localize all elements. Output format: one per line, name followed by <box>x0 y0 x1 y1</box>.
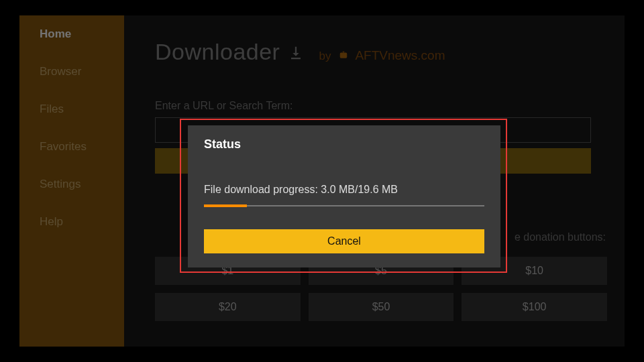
app-window: Home Browser Files Favorites Settings He… <box>19 15 625 347</box>
cancel-button[interactable]: Cancel <box>204 229 484 253</box>
dialog-title: Status <box>204 137 484 152</box>
progress-fill <box>204 204 247 207</box>
progress-label: File download progress: 3.0 MB/19.6 MB <box>204 184 484 196</box>
progress-bar <box>204 205 484 206</box>
status-dialog: Status File download progress: 3.0 MB/19… <box>188 125 500 267</box>
dialog-highlight-frame: Status File download progress: 3.0 MB/19… <box>180 119 507 273</box>
